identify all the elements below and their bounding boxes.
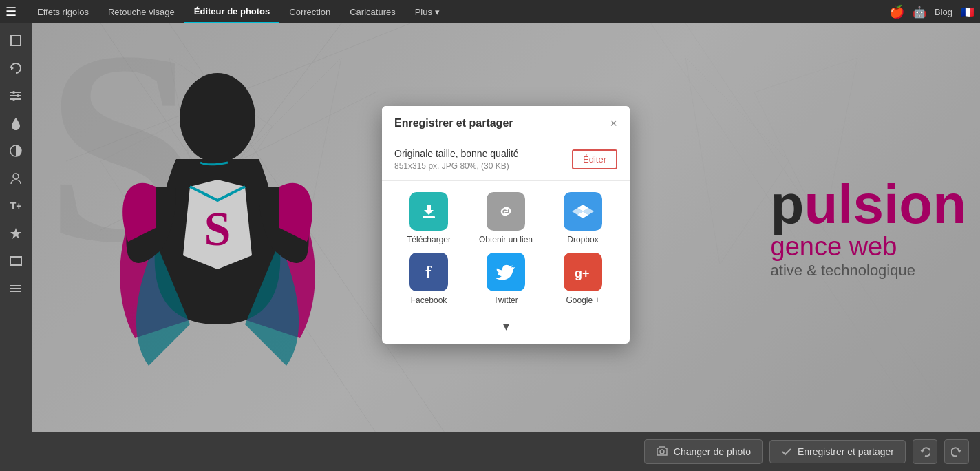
twitter-icon	[487, 253, 525, 291]
svg-rect-31	[423, 216, 435, 218]
share-facebook[interactable]: f Facebook	[409, 253, 448, 305]
tool-contrast[interactable]	[4, 139, 28, 163]
nav-editeur[interactable]: Éditeur de photos	[184, 0, 280, 23]
share-lien[interactable]: Obtenir un lien	[479, 192, 533, 244]
svg-rect-6	[10, 98, 21, 100]
redo-button[interactable]	[944, 439, 969, 464]
dropbox-icon	[564, 192, 602, 231]
svg-rect-4	[10, 95, 21, 96]
tool-rotate[interactable]	[4, 56, 28, 80]
share-telecharger[interactable]: Télécharger	[407, 192, 451, 244]
svg-rect-5	[10, 92, 21, 93]
svg-marker-39	[920, 450, 924, 453]
share-googleplus[interactable]: g+ Google +	[564, 253, 602, 305]
twitter-label: Twitter	[493, 295, 518, 305]
tool-text[interactable]: T+	[4, 194, 28, 218]
facebook-icon: f	[409, 253, 448, 291]
nav-plus[interactable]: Plus ▾	[405, 0, 449, 23]
quality-sub: 851x315 px, JPG 80%, (30 KB)	[394, 161, 519, 171]
canvas-area: S	[32, 23, 980, 432]
edit-button[interactable]: Éditer	[572, 149, 617, 169]
save-share-label: Enregistrer et partager	[798, 446, 894, 457]
nav-caricatures[interactable]: Caricatures	[340, 0, 405, 23]
nav-effets[interactable]: Effets rigolos	[28, 0, 98, 23]
modal-close-button[interactable]: ×	[610, 117, 617, 129]
svg-text:f: f	[425, 262, 432, 282]
googleplus-icon: g+	[564, 253, 602, 291]
bottom-bar: Changer de photo Enregistrer et partager	[0, 432, 980, 471]
googleplus-label: Google +	[566, 295, 599, 305]
svg-marker-40	[957, 450, 961, 453]
more-arrow[interactable]: ▾	[503, 319, 509, 334]
redo-icon	[951, 446, 962, 457]
link-icon	[487, 192, 525, 231]
lien-label: Obtenir un lien	[479, 235, 533, 244]
change-photo-label: Changer de photo	[674, 446, 751, 457]
share-dropbox[interactable]: Dropbox	[564, 192, 602, 244]
svg-rect-13	[10, 257, 21, 265]
save-share-modal: Enregistrer et partager × Originale tail…	[382, 106, 630, 344]
svg-point-8	[17, 94, 19, 97]
tool-effects[interactable]	[4, 222, 28, 245]
download-icon	[409, 192, 448, 231]
svg-point-9	[12, 98, 15, 101]
modal-overlay: Enregistrer et partager × Originale tail…	[32, 23, 980, 432]
save-share-button[interactable]: Enregistrer et partager	[769, 440, 906, 463]
dropbox-label: Dropbox	[567, 235, 598, 244]
change-photo-icon	[656, 446, 668, 458]
share-twitter[interactable]: Twitter	[487, 253, 525, 305]
svg-point-7	[12, 91, 15, 94]
quality-title: Originale taille, bonne qualité	[394, 148, 519, 159]
blog-link[interactable]: Blog	[935, 7, 952, 17]
tool-frame[interactable]	[4, 249, 28, 273]
share-grid: Télécharger Obtenir un lien	[382, 181, 630, 316]
undo-icon	[919, 446, 930, 457]
tool-portrait[interactable]	[4, 167, 28, 190]
svg-point-38	[660, 450, 664, 454]
top-navigation: ☰ Effets rigolos Retouche visage Éditeur…	[0, 0, 980, 23]
hamburger-icon[interactable]: ☰	[6, 4, 17, 19]
save-icon	[781, 446, 792, 457]
svg-rect-0	[11, 36, 21, 45]
tool-adjust[interactable]	[4, 84, 28, 107]
modal-title: Enregistrer et partager	[394, 117, 513, 129]
change-photo-button[interactable]: Changer de photo	[644, 439, 763, 464]
svg-marker-3	[11, 66, 14, 70]
modal-quality-section: Originale taille, bonne qualité 851x315 …	[382, 138, 630, 181]
telecharger-label: Télécharger	[407, 235, 451, 244]
svg-marker-12	[10, 228, 21, 239]
language-flag[interactable]: 🇫🇷	[961, 6, 974, 19]
quality-info: Originale taille, bonne qualité 851x315 …	[394, 148, 519, 171]
modal-header: Enregistrer et partager ×	[382, 106, 630, 138]
left-sidebar: T+	[0, 23, 32, 432]
tool-dropper[interactable]	[4, 112, 28, 135]
android-icon[interactable]: 🤖	[913, 6, 926, 19]
modal-more: ▾	[382, 316, 630, 344]
tool-layers[interactable]	[4, 277, 28, 300]
nav-correction[interactable]: Correction	[279, 0, 340, 23]
main-layout: T+ S	[0, 23, 980, 432]
apple-icon[interactable]: 🍎	[889, 4, 904, 19]
svg-point-11	[13, 174, 19, 179]
facebook-label: Facebook	[411, 295, 447, 305]
svg-text:g+: g+	[575, 266, 590, 280]
nav-right: 🍎 🤖 Blog 🇫🇷	[889, 4, 974, 19]
tool-crop[interactable]	[4, 29, 28, 52]
nav-retouche[interactable]: Retouche visage	[98, 0, 184, 23]
undo-button[interactable]	[913, 439, 937, 464]
nav-items: Effets rigolos Retouche visage Éditeur d…	[28, 0, 889, 23]
